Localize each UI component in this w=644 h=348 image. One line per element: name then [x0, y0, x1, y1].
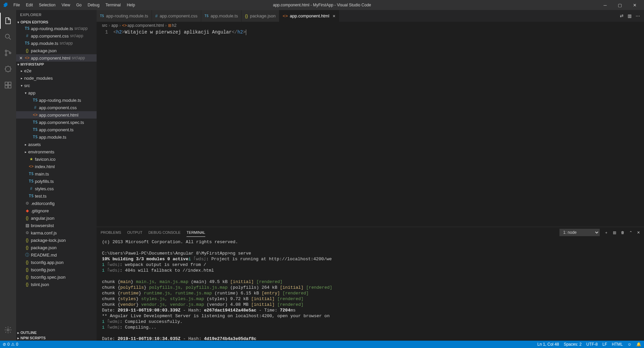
file-item[interactable]: ⚙.editorconfig [16, 200, 97, 207]
status-language[interactable]: HTML [612, 342, 623, 347]
file-item[interactable]: {}tsconfig.json [16, 266, 97, 273]
file-item[interactable]: ⚙karma.conf.js [16, 229, 97, 236]
folder-item[interactable]: ▾src [16, 82, 97, 89]
file-item[interactable]: ▤browserslist [16, 222, 97, 229]
file-item[interactable]: {}angular.json [16, 214, 97, 222]
file-item[interactable]: ⓘREADME.md [16, 251, 97, 259]
file-item[interactable]: TSapp.module.ts [16, 133, 97, 141]
project-header[interactable]: ▾ MYFIRSTAPP [16, 62, 97, 67]
outline-header[interactable]: ▸ OUTLINE [16, 330, 97, 335]
status-spaces[interactable]: Spaces: 2 [564, 342, 582, 347]
folder-item[interactable]: ▾app [16, 89, 97, 96]
code-area[interactable]: 1 <h2>Witajcie w pierwszej aplikacji Ang… [97, 29, 644, 227]
close-panel-icon[interactable]: ✕ [637, 230, 640, 235]
breadcrumb-item[interactable]: ⊞h2 [168, 23, 176, 28]
more-actions-icon[interactable]: ⋯ [636, 13, 640, 18]
file-item[interactable]: <>index.html [16, 163, 97, 170]
menu-debug[interactable]: Debug [85, 1, 102, 9]
editor-tab[interactable]: #app.component.css [152, 10, 201, 22]
menu-help[interactable]: Help [124, 1, 138, 9]
menu-terminal[interactable]: Terminal [103, 1, 123, 9]
menu-selection[interactable]: Selection [36, 1, 58, 9]
open-editor-item[interactable]: ✕<>app.component.htmlsrc\app [16, 54, 97, 62]
file-name: app.component.spec.ts [39, 120, 84, 125]
file-item[interactable]: {}tsconfig.spec.json [16, 273, 97, 281]
terminal-content[interactable]: (c) 2013 Microsoft Corporation. All righ… [97, 238, 644, 341]
file-item[interactable]: {}package-lock.json [16, 236, 97, 244]
file-item[interactable]: TSpolyfills.ts [16, 178, 97, 185]
minimap[interactable] [614, 29, 644, 227]
file-item[interactable]: ★favicon.ico [16, 155, 97, 163]
extensions-tab[interactable] [0, 77, 16, 93]
folder-item[interactable]: ▸assets [16, 141, 97, 148]
minimize-button[interactable]: ─ [598, 0, 612, 10]
settings-gear-icon[interactable] [0, 322, 16, 338]
code-content[interactable]: <h2>Witajcie w pierwszej aplikacji Angul… [113, 29, 614, 227]
explorer-tab[interactable] [0, 13, 16, 29]
folder-name: app [28, 90, 36, 95]
split-terminal-icon[interactable]: ▥ [613, 230, 616, 235]
editor-tab[interactable]: <>app.component.html× [279, 10, 339, 22]
npm-scripts-header[interactable]: ▸ NPM SCRIPTS [16, 335, 97, 341]
scm-tab[interactable] [0, 45, 16, 61]
breadcrumb-separator: › [119, 23, 121, 28]
search-tab[interactable] [0, 29, 16, 45]
panel-tab-debug-console[interactable]: DEBUG CONSOLE [148, 228, 180, 237]
panel-tab-terminal[interactable]: TERMINAL [186, 228, 205, 237]
panel-tab-problems[interactable]: PROBLEMS [101, 228, 121, 237]
open-editor-item[interactable]: #app.component.csssrc\app [16, 32, 97, 40]
file-item[interactable]: TSapp-routing.module.ts [16, 96, 97, 104]
status-ln-col[interactable]: Ln 1, Col 48 [537, 342, 559, 347]
file-item[interactable]: {}tslint.json [16, 281, 97, 288]
compare-icon[interactable]: ⇄ [620, 13, 624, 18]
folder-item[interactable]: ▸node_modules [16, 74, 97, 82]
maximize-panel-icon[interactable]: ⌃ [629, 230, 632, 235]
breadcrumb[interactable]: src›app›<>app.component.html›⊞h2 [97, 22, 644, 29]
editor-tab[interactable]: {}package.json [241, 10, 279, 22]
status-errors[interactable]: ⊘0 ⚠0 [3, 342, 18, 347]
svg-point-0 [5, 34, 9, 38]
folder-item[interactable]: ▸e2e [16, 67, 97, 74]
status-eol[interactable]: LF [602, 342, 607, 347]
file-item[interactable]: {}package.json [16, 244, 97, 251]
panel-tab-output[interactable]: OUTPUT [127, 228, 142, 237]
kill-terminal-icon[interactable]: 🗑 [621, 230, 625, 234]
close-button[interactable]: ✕ [628, 0, 641, 10]
file-item[interactable]: #app.component.css [16, 104, 97, 111]
breadcrumb-item[interactable]: <>app.component.html [122, 23, 164, 28]
file-item[interactable]: TSmain.ts [16, 170, 97, 178]
svg-point-4 [5, 66, 11, 72]
terminal-line: chunk {vendor} vendor.js, vendor.js.map … [102, 302, 639, 307]
file-item[interactable]: TSapp.component.ts [16, 126, 97, 133]
menu-go[interactable]: Go [73, 1, 84, 9]
open-editors-header[interactable]: ▾ OPEN EDITORS [16, 19, 97, 25]
breadcrumb-item[interactable]: app [111, 23, 118, 28]
open-editor-item[interactable]: TSapp.module.tssrc\app [16, 40, 97, 47]
terminal-select[interactable]: 1: node [559, 229, 600, 236]
maximize-button[interactable]: ▢ [613, 0, 627, 10]
file-item[interactable]: TStest.ts [16, 192, 97, 200]
menu-view[interactable]: View [59, 1, 73, 9]
editor-tab[interactable]: TSapp.module.ts [201, 10, 242, 22]
open-editor-item[interactable]: TSapp-routing.module.tssrc\app [16, 25, 97, 32]
notifications-icon[interactable]: 🔔 [636, 342, 641, 347]
feedback-icon[interactable]: ☺ [628, 342, 632, 347]
open-editor-item[interactable]: {}package.json [16, 47, 97, 54]
app-logo-icon [3, 2, 8, 8]
folder-item[interactable]: ▸environments [16, 148, 97, 155]
file-item[interactable]: <>app.component.html [16, 111, 97, 119]
editor-tab[interactable]: TSapp-routing.module.ts [97, 10, 152, 22]
split-editor-icon[interactable]: ▥ [628, 13, 632, 18]
file-item[interactable]: TSapp.component.spec.ts [16, 119, 97, 126]
close-editor-icon[interactable]: ✕ [18, 56, 23, 61]
breadcrumb-item[interactable]: src [102, 23, 107, 28]
menu-file[interactable]: File [11, 1, 22, 9]
file-item[interactable]: #styles.css [16, 185, 97, 192]
file-item[interactable]: {}tsconfig.app.json [16, 259, 97, 266]
debug-tab[interactable] [0, 61, 16, 77]
close-tab-icon[interactable]: × [333, 13, 335, 19]
file-item[interactable]: ◆.gitignore [16, 207, 97, 214]
status-encoding[interactable]: UTF-8 [586, 342, 598, 347]
menu-edit[interactable]: Edit [23, 1, 36, 9]
new-terminal-icon[interactable]: ＋ [604, 230, 608, 235]
